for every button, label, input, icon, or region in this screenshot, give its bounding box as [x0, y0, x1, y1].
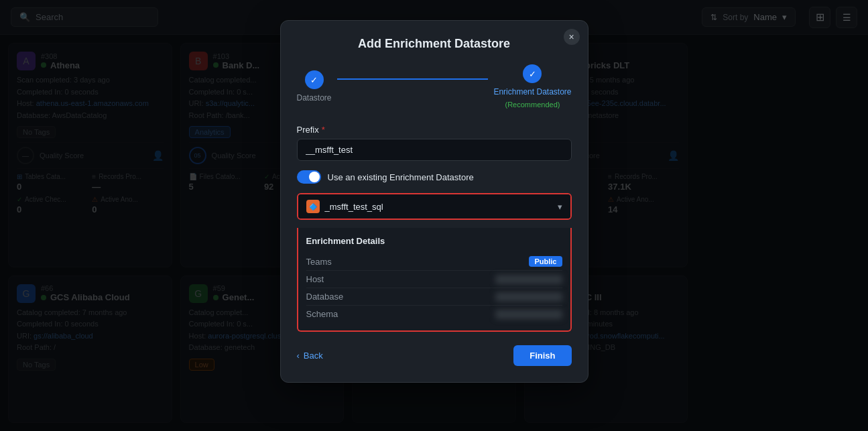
step-line: [337, 78, 489, 80]
detail-row-teams: Teams Public: [306, 253, 562, 271]
dropdown-icon: 🔷: [306, 200, 320, 213]
stepper: ✓ Datastore ✓ Enrichment Datastore (Reco…: [297, 64, 572, 109]
dropdown-value: _msfft_test_sql: [325, 202, 552, 212]
prefix-input[interactable]: [297, 139, 572, 161]
modal-footer: ‹ Back Finish: [297, 345, 572, 366]
required-indicator: *: [322, 125, 325, 135]
schema-value: [495, 310, 562, 319]
host-value: [495, 275, 562, 284]
step2-sublabel: (Recommended): [505, 101, 560, 109]
existing-enrichment-toggle[interactable]: [297, 170, 321, 184]
modal-overlay: × Add Enrichment Datastore ✓ Datastore ✓…: [0, 0, 868, 431]
enrichment-details-panel: Enrichment Details Teams Public Host Dat…: [297, 228, 572, 332]
toggle-label: Use an existing Enrichment Datastore: [328, 172, 474, 182]
host-label: Host: [306, 274, 324, 284]
detail-row-host: Host: [306, 271, 562, 288]
enrichment-dropdown-container: 🔷 _msfft_test_sql ▾: [297, 193, 572, 220]
step1-label: Datastore: [297, 93, 332, 103]
detail-row-schema: Schema: [306, 306, 562, 322]
modal-title: Add Enrichment Datastore: [297, 37, 572, 51]
modal-close-button[interactable]: ×: [564, 29, 580, 45]
step2-circle: ✓: [523, 64, 542, 83]
database-value: [495, 292, 562, 302]
prefix-label: Prefix *: [297, 125, 572, 135]
teams-label: Teams: [306, 257, 332, 267]
database-label: Database: [306, 292, 344, 302]
toggle-row: Use an existing Enrichment Datastore: [297, 170, 572, 184]
step-1: ✓ Datastore: [297, 70, 332, 103]
add-enrichment-modal: × Add Enrichment Datastore ✓ Datastore ✓…: [280, 20, 588, 383]
detail-row-database: Database: [306, 288, 562, 306]
chevron-down-icon: ▾: [558, 202, 562, 212]
back-arrow-icon: ‹: [297, 351, 300, 361]
finish-button[interactable]: Finish: [513, 345, 571, 366]
enrichment-dropdown[interactable]: 🔷 _msfft_test_sql ▾: [298, 194, 570, 219]
step2-label: Enrichment Datastore: [493, 87, 571, 97]
schema-label: Schema: [306, 309, 338, 319]
enrichment-details-title: Enrichment Details: [306, 236, 562, 246]
back-label: Back: [304, 351, 323, 361]
step-2: ✓ Enrichment Datastore (Recommended): [493, 64, 571, 109]
close-icon: ×: [568, 32, 574, 42]
prefix-text: Prefix: [297, 125, 319, 135]
step1-circle: ✓: [305, 70, 324, 89]
back-button[interactable]: ‹ Back: [297, 351, 323, 361]
teams-value: Public: [529, 256, 562, 267]
